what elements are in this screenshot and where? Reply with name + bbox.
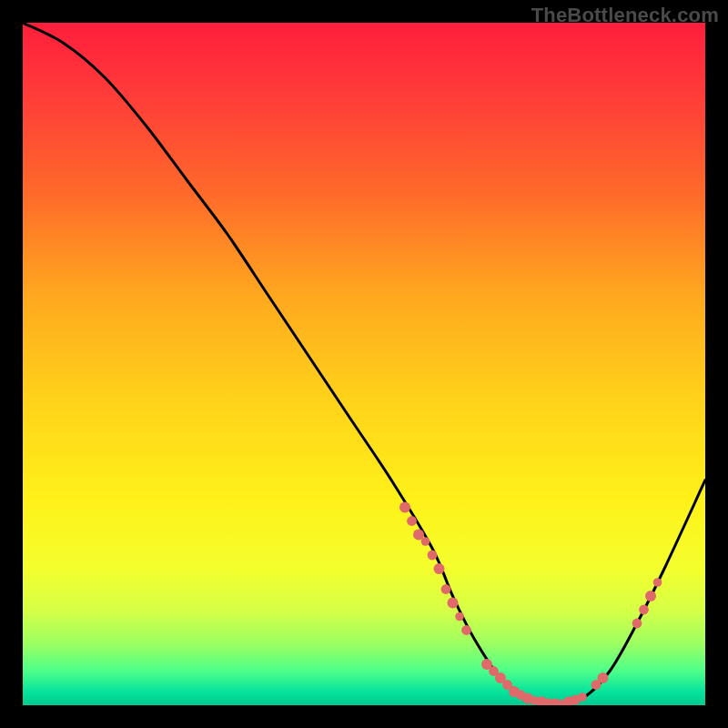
- curve-marker: [421, 537, 430, 546]
- curve-svg: [23, 23, 705, 705]
- curve-marker: [645, 591, 656, 602]
- curve-marker: [441, 584, 451, 594]
- watermark-label: TheBottleneck.com: [531, 4, 719, 27]
- curve-marker: [455, 612, 464, 622]
- curve-marker: [578, 693, 587, 702]
- curve-marker: [598, 672, 609, 683]
- curve-marker: [407, 516, 417, 526]
- curve-marker: [639, 605, 649, 615]
- curve-marker: [448, 598, 459, 609]
- curve-marker: [653, 578, 662, 587]
- curve-marker: [399, 502, 410, 513]
- curve-marker: [461, 625, 471, 635]
- curve-marker: [434, 563, 445, 574]
- curve-marker: [428, 551, 438, 561]
- plot-area: [23, 23, 705, 705]
- curve-marker: [632, 619, 642, 629]
- curve-markers: [399, 502, 662, 706]
- chart-frame: TheBottleneck.com: [0, 0, 728, 728]
- bottleneck-curve: [23, 23, 705, 705]
